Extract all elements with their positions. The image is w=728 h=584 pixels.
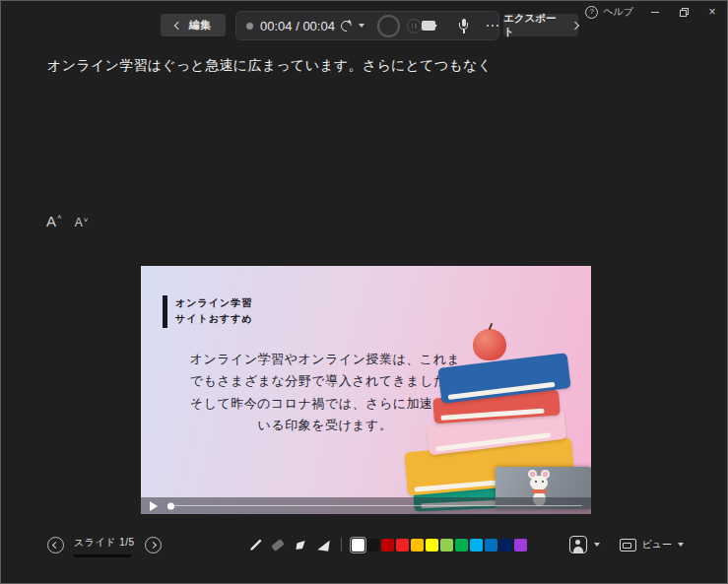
camera-overlay-dropdown-caret[interactable] xyxy=(594,543,600,547)
highlighter-icon xyxy=(317,539,329,551)
playback-progress-handle[interactable] xyxy=(167,502,174,509)
titlebar-controls: ? ヘルプ × xyxy=(585,5,719,19)
decrease-font-button[interactable]: A ˅ xyxy=(75,217,89,228)
play-button[interactable] xyxy=(150,501,158,511)
more-options-icon[interactable] xyxy=(487,25,499,28)
help-icon: ? xyxy=(585,6,598,19)
view-layout-icon xyxy=(620,539,636,552)
restore-button[interactable] xyxy=(677,5,691,19)
toolbar-divider xyxy=(341,538,342,552)
restore-icon xyxy=(680,8,689,17)
total-time: 00:04 xyxy=(302,19,335,33)
retake-dropdown-caret[interactable] xyxy=(359,24,364,28)
microphone-toggle-icon[interactable] xyxy=(457,19,471,33)
record-status-dot xyxy=(246,23,253,30)
decrease-font-label: A xyxy=(75,217,83,228)
slide-canvas[interactable]: オンライン学習 サイトおすすめ オンライン学習やオンライン授業は、これま でもさ… xyxy=(141,266,591,514)
slide-progress-track xyxy=(74,554,131,557)
chevron-right-icon xyxy=(571,21,579,29)
caret-down-icon: ˅ xyxy=(84,217,89,225)
color-swatch[interactable] xyxy=(411,539,424,552)
close-icon: × xyxy=(708,6,715,18)
slide-title-block: オンライン学習 サイトおすすめ xyxy=(163,295,253,328)
chevron-left-icon xyxy=(52,542,59,549)
increase-font-label: A xyxy=(46,214,56,228)
mouse-eye xyxy=(542,481,544,483)
view-button[interactable]: ビュー xyxy=(620,538,684,552)
eraser-tool-button[interactable] xyxy=(270,537,286,553)
next-slide-button[interactable] xyxy=(145,537,162,553)
font-size-controls: A ˄ A ˅ xyxy=(46,214,88,228)
record-button[interactable] xyxy=(377,15,400,37)
retake-icon[interactable] xyxy=(340,20,353,32)
playback-progress-track[interactable] xyxy=(168,505,582,507)
previous-slide-button[interactable] xyxy=(47,537,64,553)
export-button-label: エクスポート xyxy=(503,12,563,39)
color-swatch[interactable] xyxy=(470,539,483,552)
help-button[interactable]: ? ヘルプ xyxy=(585,5,633,19)
color-swatch[interactable] xyxy=(499,539,512,552)
ink-pen-tool-button[interactable] xyxy=(293,537,308,553)
edit-button[interactable]: 編集 xyxy=(161,14,226,36)
time-separator: / xyxy=(293,19,303,33)
color-swatch[interactable] xyxy=(514,539,527,552)
view-controls: ビュー xyxy=(569,536,684,553)
help-label: ヘルプ xyxy=(603,5,633,19)
slide-title-line1: オンライン学習 xyxy=(175,295,253,311)
current-time: 00:04 xyxy=(260,19,293,33)
color-swatch[interactable] xyxy=(455,539,468,552)
color-swatch[interactable] xyxy=(426,539,438,552)
color-palette xyxy=(352,539,527,552)
slide-player-bar xyxy=(141,497,591,514)
camera-toggle-icon[interactable] xyxy=(422,21,435,31)
color-swatch[interactable] xyxy=(366,539,379,552)
chevron-right-icon xyxy=(150,542,157,549)
person-icon xyxy=(569,536,587,553)
export-button[interactable]: エクスポート xyxy=(503,14,578,36)
close-button[interactable]: × xyxy=(705,5,719,19)
color-swatch[interactable] xyxy=(396,539,409,552)
camera-overlay-button[interactable] xyxy=(569,536,600,553)
increase-font-button[interactable]: A ˄ xyxy=(46,214,62,228)
minimize-button[interactable] xyxy=(648,5,662,19)
pause-button[interactable] xyxy=(407,19,422,33)
slide-counter: スライド 1/5 xyxy=(74,536,135,550)
color-swatch[interactable] xyxy=(352,539,364,552)
recording-time: 00:04 / 00:04 xyxy=(260,19,335,33)
mouse-eye xyxy=(535,481,537,483)
color-swatch[interactable] xyxy=(485,539,497,552)
mouse-scarf xyxy=(532,489,547,493)
slide-title-line2: サイトおすすめ xyxy=(175,311,253,327)
apple-illustration xyxy=(473,329,506,360)
highlighter-tool-button[interactable] xyxy=(315,537,331,553)
recording-app-window: ? ヘルプ × 編集 00:04 / 00:04 エクスポート オンライン学習は… xyxy=(0,0,728,584)
title-accent-bar xyxy=(163,295,167,328)
color-swatch[interactable] xyxy=(381,539,394,552)
ink-pen-icon xyxy=(294,538,308,552)
pen-tool-button[interactable] xyxy=(247,537,263,553)
teleprompter-text: オンライン学習はぐっと急速に広まっています。さらにとてつもなく xyxy=(47,57,493,75)
view-dropdown-caret xyxy=(678,543,684,547)
mouse-figurine xyxy=(530,476,548,490)
pen-icon xyxy=(249,539,262,552)
chevron-left-icon xyxy=(174,21,182,29)
view-button-label: ビュー xyxy=(642,538,672,552)
minimize-icon xyxy=(651,12,659,13)
edit-button-label: 編集 xyxy=(189,18,211,32)
color-swatch[interactable] xyxy=(440,539,453,552)
eraser-icon xyxy=(271,539,285,552)
caret-up-icon: ˄ xyxy=(57,214,62,222)
slide-navigation: スライド 1/5 xyxy=(47,536,162,557)
ink-toolbar xyxy=(247,536,527,553)
recorder-control-group: 00:04 / 00:04 xyxy=(235,11,499,40)
